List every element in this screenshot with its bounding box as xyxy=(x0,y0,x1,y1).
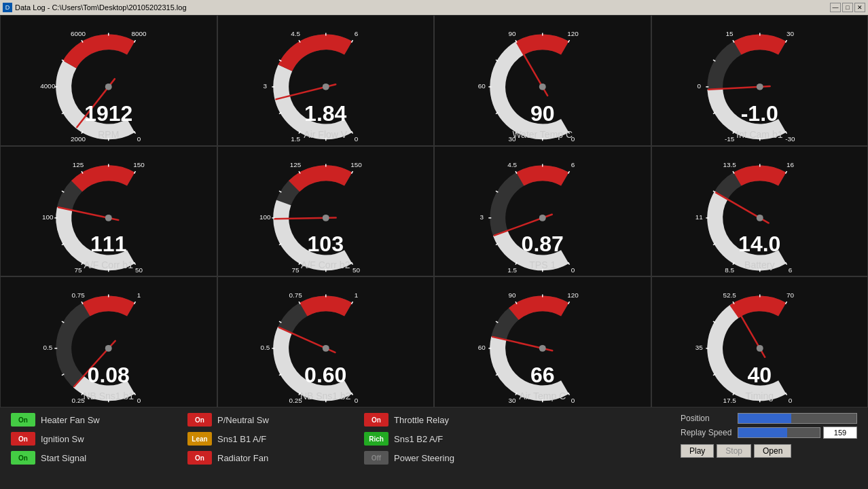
led-ignition: On xyxy=(11,432,35,446)
svg-point-65 xyxy=(105,215,112,221)
speed-track[interactable] xyxy=(738,427,820,438)
svg-point-129 xyxy=(105,345,112,352)
svg-line-7 xyxy=(134,131,135,133)
svg-text:125: 125 xyxy=(289,161,301,168)
indicators-col3: OnThrottle RelayRichSns1 B2 A/FOffPower … xyxy=(364,413,513,465)
svg-text:0.5: 0.5 xyxy=(43,344,52,352)
svg-text:6000: 6000 xyxy=(71,30,86,37)
label-pneutral: P/Neutral Sw xyxy=(217,415,269,425)
led-start-signal: On xyxy=(11,451,35,465)
play-button[interactable]: Play xyxy=(681,444,714,458)
gauges-grid: 020004000600080001912RPM01.534.561.84Air… xyxy=(0,15,868,408)
svg-line-23 xyxy=(351,131,352,133)
svg-line-119 xyxy=(785,262,786,264)
svg-text:150: 150 xyxy=(350,161,362,168)
svg-text:125: 125 xyxy=(73,161,84,168)
svg-text:2000: 2000 xyxy=(71,135,86,143)
indicator-radiator: OnRadiator Fan xyxy=(187,451,337,465)
gauge-watertemp: 030609012090Water Temp C xyxy=(434,15,651,146)
svg-point-17 xyxy=(322,84,329,90)
gauge-label-afcorr2: A/F Corr b2 xyxy=(301,259,350,270)
svg-text:0: 0 xyxy=(354,397,358,404)
stop-button[interactable]: Stop xyxy=(717,444,751,458)
svg-text:8.5: 8.5 xyxy=(725,266,734,274)
svg-line-47 xyxy=(568,40,569,42)
indicator-heater-fan: OnHeater Fan Sw xyxy=(11,413,160,427)
svg-point-81 xyxy=(322,215,329,221)
gauge-value-tps1: 0.87 xyxy=(522,232,564,257)
gauge-nbsns1b2: 00.250.50.7510.60NB Sns1 b2 xyxy=(217,276,435,408)
svg-text:50: 50 xyxy=(352,266,360,274)
svg-point-177 xyxy=(756,345,763,352)
svg-text:0: 0 xyxy=(571,266,575,274)
svg-text:90: 90 xyxy=(509,291,517,299)
gauge-airtemp: 030609012066Air Temp C xyxy=(434,276,651,408)
svg-text:70: 70 xyxy=(786,291,794,299)
gauge-value-rpm: 1912 xyxy=(84,101,132,126)
gauge-value-timing: 40 xyxy=(747,363,772,388)
svg-line-15 xyxy=(134,40,135,42)
svg-text:35: 35 xyxy=(695,344,703,352)
led-radiator: On xyxy=(187,451,212,465)
svg-text:0: 0 xyxy=(137,135,141,143)
svg-text:13.5: 13.5 xyxy=(723,161,736,168)
app-icon: D xyxy=(3,3,12,12)
gauge-value-airflow: 1.84 xyxy=(304,101,346,126)
led-throttle: On xyxy=(364,413,388,427)
gauge-value-nbsns1b2: 0.60 xyxy=(304,363,346,388)
svg-line-63 xyxy=(785,40,786,42)
svg-text:4000: 4000 xyxy=(40,82,56,90)
open-button[interactable]: Open xyxy=(754,444,791,458)
bottom-panel: OnHeater Fan SwOnIgnition SwOnStart Sign… xyxy=(0,408,868,489)
gauge-nbsns1b1: 00.250.50.7510.08NB Sns1 b1 xyxy=(0,276,217,408)
svg-line-143 xyxy=(134,302,135,304)
gauge-label-rpm: RPM xyxy=(98,129,119,140)
indicators-col1: OnHeater Fan SwOnIgnition SwOnStart Sign… xyxy=(11,413,160,465)
svg-line-183 xyxy=(785,393,786,395)
close-button[interactable]: ✕ xyxy=(854,3,865,12)
gauge-label-watertemp: Water Temp C xyxy=(512,129,573,140)
label-radiator: Radiator Fan xyxy=(217,453,268,463)
indicator-sns1-af: LeanSns1 B1 A/F xyxy=(187,432,337,446)
svg-point-49 xyxy=(756,84,763,90)
label-start-signal: Start Signal xyxy=(41,453,86,463)
label-throttle: Throttle Relay xyxy=(394,415,449,425)
led-sns1b2-af: Rich xyxy=(364,432,388,446)
indicator-sns1b2-af: RichSns1 B2 A/F xyxy=(364,432,513,446)
minimize-button[interactable]: — xyxy=(830,3,841,12)
replay-panel: Position Replay Speed 159 Play Stop Open xyxy=(681,413,857,458)
speed-label: Replay Speed xyxy=(681,428,735,437)
window-title: Data Log - C:\Users\Tom\Desktop\20105202… xyxy=(15,3,187,12)
svg-line-127 xyxy=(785,171,786,173)
svg-line-103 xyxy=(568,262,569,264)
svg-point-161 xyxy=(539,345,546,352)
svg-text:0: 0 xyxy=(354,135,358,143)
gauge-value-watertemp: 90 xyxy=(530,101,555,126)
svg-text:-30: -30 xyxy=(785,135,795,143)
svg-text:6: 6 xyxy=(354,30,358,37)
position-label: Position xyxy=(681,414,735,423)
label-sns1b2-af: Sns1 B2 A/F xyxy=(394,434,443,444)
svg-line-167 xyxy=(568,393,569,395)
svg-text:1.5: 1.5 xyxy=(291,135,300,143)
led-sns1-af: Lean xyxy=(187,432,212,446)
svg-line-79 xyxy=(134,171,135,173)
position-track[interactable] xyxy=(738,413,857,424)
gauge-value-nbsns1b1: 0.08 xyxy=(88,363,130,388)
maximize-button[interactable]: □ xyxy=(842,3,853,12)
led-powersteering: Off xyxy=(364,451,388,465)
svg-text:3: 3 xyxy=(480,213,484,221)
svg-text:90: 90 xyxy=(509,30,517,37)
gauge-value-afcorr1: 111 xyxy=(90,232,126,257)
svg-text:75: 75 xyxy=(291,266,300,274)
gauge-label-nbsns1b2: NB Sns1 b2 xyxy=(300,391,351,401)
svg-text:52.5: 52.5 xyxy=(723,291,736,299)
speed-value: 159 xyxy=(823,427,857,439)
indicators-col2: OnP/Neutral SwLeanSns1 B1 A/FOnRadiator … xyxy=(187,413,337,465)
svg-point-97 xyxy=(539,215,546,221)
svg-text:16: 16 xyxy=(786,161,794,168)
svg-text:0: 0 xyxy=(571,397,575,404)
svg-text:15: 15 xyxy=(725,30,734,37)
gauge-label-airflow: Air Flow V xyxy=(304,129,347,140)
gauge-battery: 68.51113.51614.0Battery xyxy=(651,146,869,277)
